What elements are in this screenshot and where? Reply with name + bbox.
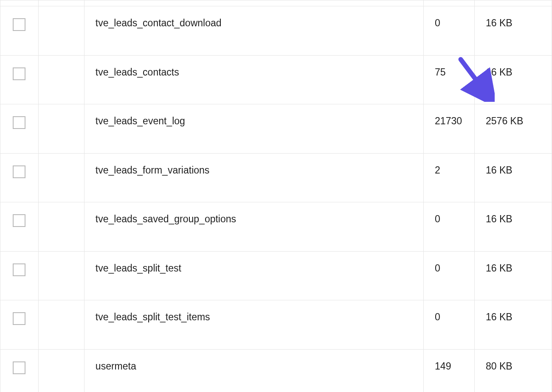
icon-cell (38, 153, 84, 202)
table-size: 16 KB (475, 6, 552, 56)
table-size: 16 KB (475, 153, 552, 202)
database-tables-list: tve_leads_contact_download 0 16 KB tve_l… (0, 0, 552, 392)
table-name: tve_leads_split_test (84, 251, 423, 300)
row-select-checkbox[interactable] (13, 18, 25, 31)
checkbox-cell (0, 55, 39, 104)
table-name: tve_leads_form_variations (84, 153, 423, 202)
row-count: 75 (424, 55, 475, 104)
row-count: 2 (424, 153, 475, 202)
row-count: 149 (424, 349, 475, 392)
table-row: usermeta 149 80 KB (0, 349, 552, 392)
icon-cell (38, 202, 84, 252)
checkbox-cell (0, 104, 39, 154)
checkbox-cell (0, 251, 39, 300)
table-name: tve_leads_contact_download (84, 6, 423, 56)
checkbox-cell (0, 349, 39, 392)
row-select-checkbox[interactable] (13, 116, 25, 129)
table-name: usermeta (84, 349, 423, 392)
partial-row-top (0, 0, 552, 6)
table-name: tve_leads_contacts (84, 55, 423, 104)
row-count: 0 (424, 202, 475, 252)
table-size: 16 KB (475, 202, 552, 252)
table-size: 80 KB (475, 349, 552, 392)
table-row: tve_leads_saved_group_options 0 16 KB (0, 202, 552, 252)
row-select-checkbox[interactable] (13, 67, 25, 80)
table-size: 16 KB (475, 300, 552, 350)
table-name: tve_leads_saved_group_options (84, 202, 423, 252)
table-row: tve_leads_contacts 75 16 KB (0, 55, 552, 104)
checkbox-cell (0, 300, 39, 350)
table-size: 16 KB (475, 55, 552, 104)
table-name: tve_leads_split_test_items (84, 300, 423, 350)
icon-cell (38, 6, 84, 56)
checkbox-cell (0, 6, 39, 56)
icon-cell (38, 55, 84, 104)
row-count: 0 (424, 251, 475, 300)
row-select-checkbox[interactable] (13, 361, 25, 374)
table-row: tve_leads_split_test_items 0 16 KB (0, 300, 552, 350)
row-select-checkbox[interactable] (13, 263, 25, 276)
table-row: tve_leads_split_test 0 16 KB (0, 251, 552, 300)
row-select-checkbox[interactable] (13, 214, 25, 227)
row-select-checkbox[interactable] (13, 165, 25, 178)
icon-cell (38, 104, 84, 154)
row-select-checkbox[interactable] (13, 312, 25, 325)
icon-cell (38, 300, 84, 350)
table-size: 16 KB (475, 251, 552, 300)
row-count: 0 (424, 6, 475, 56)
table-name: tve_leads_event_log (84, 104, 423, 154)
checkbox-cell (0, 202, 39, 252)
icon-cell (38, 349, 84, 392)
table-row: tve_leads_contact_download 0 16 KB (0, 6, 552, 56)
checkbox-cell (0, 153, 39, 202)
icon-cell (38, 251, 84, 300)
table-row: tve_leads_event_log 21730 2576 KB (0, 104, 552, 154)
row-count: 21730 (424, 104, 475, 154)
row-count: 0 (424, 300, 475, 350)
table-row: tve_leads_form_variations 2 16 KB (0, 153, 552, 202)
table-size: 2576 KB (475, 104, 552, 154)
